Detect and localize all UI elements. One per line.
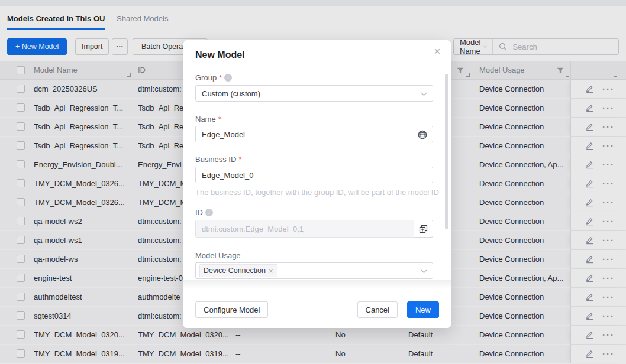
copy-id-button[interactable] [414, 220, 433, 238]
id-input-disabled: dtmi:custom:Edge_Model_0;1 [195, 220, 414, 238]
business-id-label: Business ID * [195, 155, 241, 164]
usage-tag: Device Connection × [199, 264, 277, 277]
business-id-help: The business ID, together with the group… [195, 188, 439, 197]
required-mark: * [218, 115, 221, 124]
model-usage-label: Model Usage [195, 251, 241, 260]
modal-scrollbar[interactable] [445, 74, 448, 229]
new-button[interactable]: New [407, 301, 439, 318]
group-label: Group * i [195, 73, 232, 82]
scroll-shadow [183, 280, 451, 289]
group-select[interactable]: Custom (custom) [195, 85, 433, 102]
chevron-down-icon [421, 92, 427, 96]
new-model-dialog: New Model × Group * i Custom (custom) Na… [183, 40, 451, 328]
models-page: Models Created in This OU Shared Models … [0, 0, 626, 364]
name-label: Name * [195, 115, 221, 124]
required-mark: * [219, 73, 222, 82]
dialog-footer: Configure Model Cancel New [183, 291, 451, 328]
tag-remove-icon[interactable]: × [269, 267, 273, 275]
required-mark: * [238, 155, 241, 164]
globe-icon[interactable] [418, 130, 427, 139]
info-icon[interactable]: i [205, 209, 213, 216]
close-icon[interactable]: × [430, 44, 445, 59]
model-usage-select[interactable]: Device Connection × [195, 262, 433, 279]
business-id-input[interactable]: Edge_Model_0 [195, 167, 433, 183]
dialog-title: New Model [195, 50, 245, 60]
chevron-down-icon [421, 269, 427, 274]
configure-model-button[interactable]: Configure Model [195, 301, 268, 318]
info-icon[interactable]: i [224, 74, 232, 82]
copy-icon [419, 225, 428, 233]
id-label: ID i [195, 208, 213, 217]
name-input[interactable]: Edge_Model [195, 126, 433, 142]
cancel-button[interactable]: Cancel [357, 301, 398, 318]
